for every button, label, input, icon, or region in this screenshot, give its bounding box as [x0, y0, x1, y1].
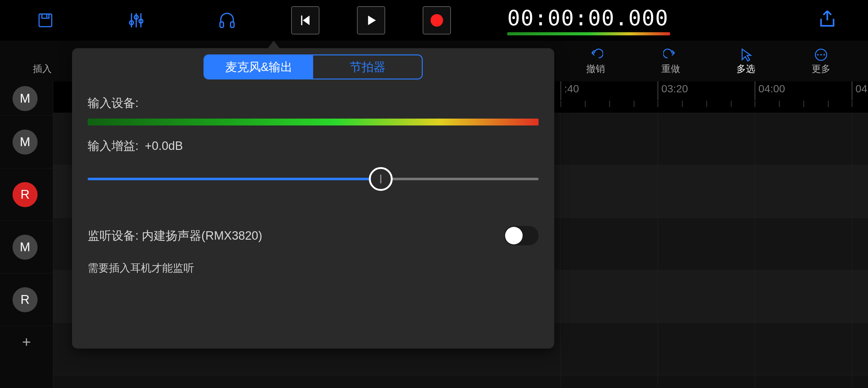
share-button[interactable] [818, 9, 837, 28]
timecode-text: 00:00:00.000 [507, 6, 669, 30]
input-level-meter [88, 119, 538, 126]
monitor-device-label: 监听设备: 内建扬声器(RMX3820) [88, 228, 262, 244]
play-button[interactable] [357, 6, 385, 34]
save-icon [37, 12, 54, 29]
svg-rect-0 [39, 14, 52, 27]
svg-marker-17 [742, 49, 751, 61]
undo-label: 撤销 [586, 63, 605, 75]
track-knob[interactable]: M [12, 130, 38, 155]
insert-label: 插入 [33, 63, 52, 75]
input-device-label: 输入设备: [88, 95, 538, 111]
gain-row: 输入增益: +0.0dB [88, 138, 538, 154]
headphones-button[interactable] [182, 0, 272, 41]
slider-thumb[interactable] [369, 167, 393, 191]
ruler-tick-label: 04:00 [755, 83, 785, 95]
svg-marker-12 [303, 15, 309, 25]
headphones-icon [218, 11, 237, 30]
svg-point-21 [824, 54, 825, 55]
track-headers: M M R M R + [0, 82, 53, 388]
timecode-display: 00:00:00.000 [507, 6, 670, 35]
tab-mic-output[interactable]: 麦克风&输出 [205, 55, 313, 78]
gain-label: 输入增益: [88, 138, 139, 154]
more-label: 更多 [812, 63, 830, 75]
play-icon [364, 13, 378, 28]
more-tool[interactable]: 更多 [783, 41, 859, 82]
monitor-row: 监听设备: 内建扬声器(RMX3820) [88, 226, 538, 245]
mixer-button[interactable] [91, 0, 182, 41]
monitor-hint: 需要插入耳机才能监听 [88, 261, 538, 276]
track-knob[interactable]: M [12, 235, 38, 260]
skip-start-icon [298, 13, 312, 28]
redo-label: 重做 [661, 63, 680, 75]
audio-settings-popover: 麦克风&输出 节拍器 输入设备: 输入增益: +0.0dB 监听设备: 内建扬声… [72, 48, 554, 349]
track-header[interactable]: M [0, 116, 53, 168]
topbar-left-group [0, 0, 272, 41]
svg-point-20 [820, 54, 822, 55]
cursor-icon [738, 47, 753, 63]
svg-rect-10 [230, 22, 234, 28]
multiselect-label: 多选 [737, 63, 755, 75]
track-header[interactable]: R [0, 273, 53, 326]
multiselect-tool[interactable]: 多选 [708, 41, 783, 82]
redo-icon [663, 47, 678, 63]
track-knob[interactable]: R [12, 182, 38, 207]
undo-tool[interactable]: 撤销 [558, 41, 633, 82]
redo-tool[interactable]: 重做 [633, 41, 708, 82]
save-button[interactable] [0, 0, 91, 41]
undo-icon [588, 47, 603, 63]
toggle-knob [505, 227, 523, 245]
track-header[interactable]: M [0, 221, 53, 273]
tab-metronome[interactable]: 节拍器 [313, 55, 422, 78]
track-knob[interactable]: R [12, 287, 38, 312]
track-knob[interactable]: M [12, 86, 38, 111]
gain-value: +0.0dB [145, 139, 183, 153]
ruler-tick-label: :40 [561, 83, 579, 95]
skip-start-button[interactable] [291, 6, 319, 34]
ruler-tick-label: 03:20 [658, 83, 688, 95]
sliders-icon [127, 11, 146, 30]
svg-point-19 [817, 54, 819, 55]
add-track-button[interactable]: + [0, 326, 53, 357]
record-button[interactable] [423, 6, 451, 34]
plus-icon: + [22, 333, 31, 351]
svg-rect-9 [220, 22, 224, 28]
svg-rect-1 [42, 14, 49, 19]
monitor-toggle[interactable] [504, 226, 538, 245]
transport-controls [285, 6, 482, 34]
ruler-tick-label: 04:40 [852, 83, 868, 95]
track-header[interactable]: M [0, 82, 53, 116]
settings-tabs: 麦克风&输出 节拍器 [204, 55, 423, 79]
timecode-level-meter [507, 32, 670, 35]
track-header[interactable]: R [0, 168, 53, 221]
record-icon [431, 14, 443, 27]
svg-marker-13 [368, 15, 376, 25]
more-icon [813, 47, 829, 63]
gain-slider[interactable] [88, 166, 538, 192]
share-icon [818, 9, 837, 28]
top-toolbar: 00:00:00.000 [0, 0, 868, 41]
